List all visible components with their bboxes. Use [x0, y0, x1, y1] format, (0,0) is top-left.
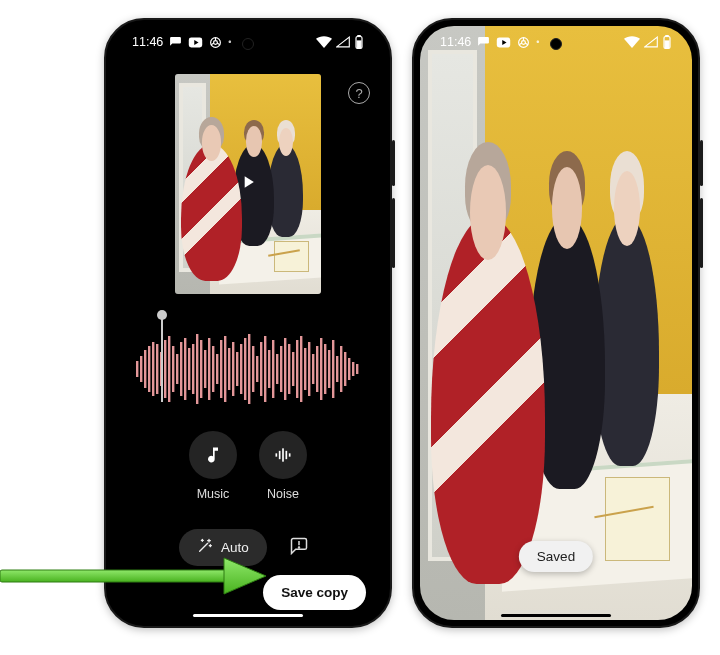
youtube-icon	[188, 37, 203, 48]
save-row: Save copy	[112, 575, 384, 610]
audio-option-label: Noise	[267, 487, 299, 501]
svg-rect-54	[328, 350, 330, 388]
feedback-icon	[289, 536, 309, 560]
svg-rect-46	[296, 340, 298, 398]
svg-rect-65	[286, 451, 288, 459]
svg-rect-43	[284, 338, 286, 400]
svg-point-71	[522, 40, 526, 44]
svg-rect-53	[324, 344, 326, 394]
svg-rect-58	[344, 352, 346, 386]
soundwave-icon	[259, 431, 307, 479]
svg-rect-41	[276, 354, 278, 384]
phone-screen-left: 11:46 • ?	[112, 26, 384, 620]
fullscreen-photo[interactable]	[420, 26, 692, 620]
svg-rect-57	[340, 346, 342, 392]
svg-rect-55	[332, 340, 334, 398]
phone-frame-left: 11:46 • ?	[104, 18, 392, 628]
svg-rect-59	[348, 358, 350, 380]
svg-rect-49	[308, 342, 310, 396]
home-indicator[interactable]	[193, 614, 303, 618]
svg-rect-62	[276, 453, 278, 456]
svg-rect-29	[228, 348, 230, 390]
svg-rect-45	[292, 352, 294, 386]
saved-toast: Saved	[519, 541, 593, 572]
camera-hole	[242, 38, 254, 50]
svg-rect-33	[244, 338, 246, 400]
waveform-scrubber[interactable]	[161, 316, 163, 402]
audio-waveform[interactable]	[136, 326, 360, 412]
phone-frame-right: 11:46 • Saved	[412, 18, 700, 628]
svg-rect-21	[196, 334, 198, 404]
video-preview[interactable]	[175, 74, 321, 294]
status-time: 11:46	[132, 35, 163, 49]
controls-row: Auto	[112, 529, 384, 566]
phone-screen-right: 11:46 • Saved	[420, 26, 692, 620]
music-note-icon	[189, 431, 237, 479]
camera-hole	[550, 38, 562, 50]
svg-rect-66	[289, 453, 291, 456]
audio-option-noise[interactable]: Noise	[259, 431, 307, 501]
svg-rect-18	[184, 338, 186, 400]
svg-rect-51	[316, 346, 318, 392]
svg-rect-35	[252, 346, 254, 392]
svg-rect-7	[140, 356, 142, 382]
svg-rect-39	[268, 350, 270, 388]
chrome-icon	[517, 36, 530, 49]
svg-rect-19	[188, 348, 190, 390]
auto-button[interactable]: Auto	[179, 529, 267, 566]
play-icon	[238, 172, 258, 196]
wifi-icon	[624, 36, 640, 48]
svg-rect-31	[236, 352, 238, 386]
battery-icon	[354, 35, 364, 50]
svg-rect-38	[264, 336, 266, 402]
save-copy-button[interactable]: Save copy	[263, 575, 366, 610]
help-button[interactable]: ?	[348, 82, 370, 104]
svg-rect-24	[208, 338, 210, 400]
svg-rect-64	[282, 448, 284, 461]
wand-icon	[197, 538, 213, 557]
svg-rect-37	[260, 342, 262, 396]
chat-bubble-icon	[169, 36, 182, 49]
svg-rect-27	[220, 340, 222, 398]
svg-rect-10	[152, 342, 154, 396]
svg-rect-36	[256, 356, 258, 382]
audio-option-label: Music	[197, 487, 230, 501]
status-left: 11:46 •	[440, 35, 539, 49]
svg-rect-20	[192, 344, 194, 394]
feedback-button[interactable]	[281, 530, 317, 566]
home-indicator[interactable]	[501, 614, 611, 618]
battery-icon	[662, 35, 672, 50]
svg-rect-30	[232, 342, 234, 396]
chat-bubble-icon	[477, 36, 490, 49]
save-copy-label: Save copy	[281, 585, 348, 600]
svg-rect-60	[352, 362, 354, 376]
svg-rect-13	[164, 340, 166, 398]
two-phone-stage: 11:46 • ?	[0, 0, 720, 655]
audio-option-music[interactable]: Music	[189, 431, 237, 501]
svg-rect-32	[240, 344, 242, 394]
svg-rect-6	[136, 361, 138, 377]
signal-icon	[644, 36, 658, 48]
svg-rect-5	[357, 41, 361, 47]
auto-button-label: Auto	[221, 540, 249, 555]
svg-rect-28	[224, 336, 226, 402]
status-left: 11:46 •	[132, 35, 231, 49]
svg-rect-14	[168, 336, 170, 402]
svg-rect-40	[272, 340, 274, 398]
help-icon: ?	[355, 86, 362, 101]
youtube-icon	[496, 37, 511, 48]
svg-rect-74	[665, 41, 669, 47]
svg-rect-25	[212, 346, 214, 392]
photo-scene-placeholder	[420, 26, 692, 620]
svg-rect-9	[148, 346, 150, 392]
saved-toast-label: Saved	[537, 549, 575, 564]
status-right	[316, 35, 364, 50]
svg-rect-8	[144, 350, 146, 388]
svg-rect-42	[280, 346, 282, 392]
svg-rect-15	[172, 346, 174, 392]
svg-rect-47	[300, 336, 302, 402]
svg-rect-56	[336, 356, 338, 382]
waveform-svg	[136, 326, 360, 412]
status-right	[624, 35, 672, 50]
audio-editor-area: ?	[112, 26, 384, 620]
